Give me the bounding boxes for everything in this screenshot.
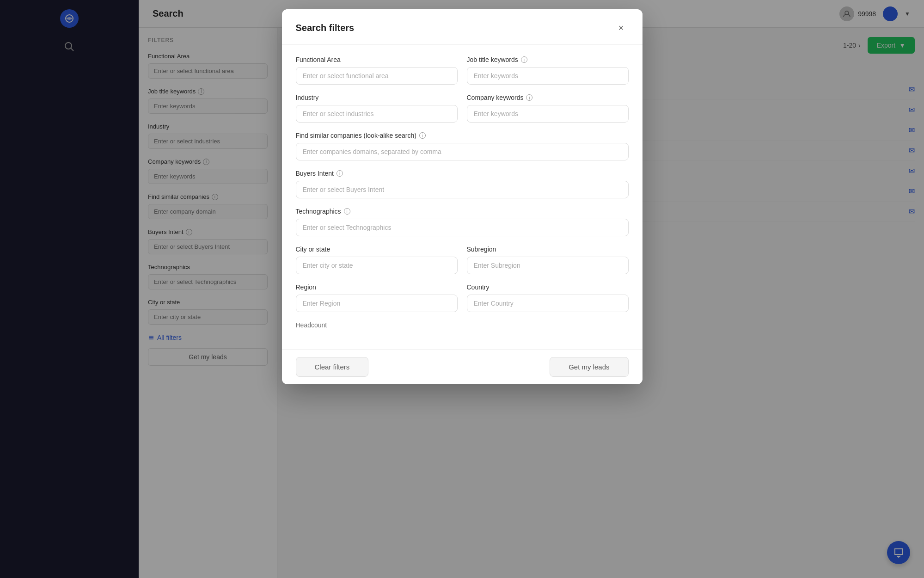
industry-input[interactable]: [296, 105, 458, 123]
buyers-intent-input[interactable]: [296, 181, 629, 198]
country-input[interactable]: [467, 295, 629, 312]
region-input[interactable]: [296, 295, 458, 312]
form-label-company-keywords: Company keywords i: [467, 94, 629, 101]
modal-find-similar-info-icon[interactable]: i: [419, 132, 426, 139]
form-label-headcount: Headcount: [296, 321, 629, 329]
form-group-buyers-intent: Buyers Intent i: [296, 170, 629, 198]
form-group-country: Country: [467, 283, 629, 312]
company-keywords-label-text: Company keywords: [467, 94, 524, 101]
technographics-label-text: Technographics: [296, 208, 341, 215]
technographics-input[interactable]: [296, 219, 629, 236]
modal-close-button[interactable]: ×: [614, 20, 629, 35]
form-label-job-title-keywords: Job title keywords i: [467, 56, 629, 63]
form-label-industry: Industry: [296, 94, 458, 101]
form-group-functional-area: Functional Area: [296, 56, 458, 85]
form-group-technographics: Technographics i: [296, 208, 629, 236]
form-label-region: Region: [296, 283, 458, 291]
modal-title: Search filters: [296, 23, 355, 33]
modal-body: Functional Area Job title keywords i Ind…: [282, 45, 643, 349]
form-row-region-country: Region Country: [296, 283, 629, 312]
clear-filters-button[interactable]: Clear filters: [296, 357, 369, 377]
find-similar-input[interactable]: [296, 143, 629, 160]
modal-company-keywords-info-icon[interactable]: i: [526, 94, 532, 101]
form-label-buyers-intent: Buyers Intent i: [296, 170, 629, 177]
functional-area-input[interactable]: [296, 67, 458, 85]
modal-buyers-intent-info-icon[interactable]: i: [337, 170, 343, 177]
form-group-subregion: Subregion: [467, 246, 629, 274]
clear-filters-label: Clear filters: [315, 363, 350, 371]
form-group-industry: Industry: [296, 94, 458, 123]
form-label-city-state: City or state: [296, 246, 458, 253]
form-label-find-similar: Find similar companies (look-alike searc…: [296, 132, 629, 139]
modal-technographics-info-icon[interactable]: i: [344, 208, 350, 215]
find-similar-label-text: Find similar companies (look-alike searc…: [296, 132, 416, 139]
form-group-job-title-keywords: Job title keywords i: [467, 56, 629, 85]
buyers-intent-label-text: Buyers Intent: [296, 170, 334, 177]
job-title-keywords-label-text: Job title keywords: [467, 56, 518, 63]
form-label-subregion: Subregion: [467, 246, 629, 253]
form-row-find-similar: Find similar companies (look-alike searc…: [296, 132, 629, 160]
form-row-headcount: Headcount: [296, 321, 629, 329]
get-my-leads-label: Get my leads: [569, 363, 609, 371]
form-group-region: Region: [296, 283, 458, 312]
get-my-leads-button[interactable]: Get my leads: [550, 357, 628, 377]
modal-overlay[interactable]: Search filters × Functional Area Job tit…: [0, 0, 924, 578]
form-group-find-similar: Find similar companies (look-alike searc…: [296, 132, 629, 160]
form-row-technographics: Technographics i: [296, 208, 629, 236]
form-row-1: Functional Area Job title keywords i: [296, 56, 629, 85]
form-label-functional-area: Functional Area: [296, 56, 458, 63]
search-filters-modal: Search filters × Functional Area Job tit…: [282, 9, 643, 384]
form-row-city-subregion: City or state Subregion: [296, 246, 629, 274]
job-title-keywords-input[interactable]: [467, 67, 629, 85]
city-state-input[interactable]: [296, 257, 458, 274]
form-row-buyers-intent: Buyers Intent i: [296, 170, 629, 198]
form-group-company-keywords: Company keywords i: [467, 94, 629, 123]
form-row-2: Industry Company keywords i: [296, 94, 629, 123]
company-keywords-input[interactable]: [467, 105, 629, 123]
subregion-input[interactable]: [467, 257, 629, 274]
modal-footer: Clear filters Get my leads: [282, 349, 643, 384]
form-group-city-state: City or state: [296, 246, 458, 274]
form-label-country: Country: [467, 283, 629, 291]
modal-header: Search filters ×: [282, 9, 643, 45]
form-label-technographics: Technographics i: [296, 208, 629, 215]
modal-job-title-info-icon[interactable]: i: [521, 56, 527, 63]
form-group-headcount: Headcount: [296, 321, 629, 329]
